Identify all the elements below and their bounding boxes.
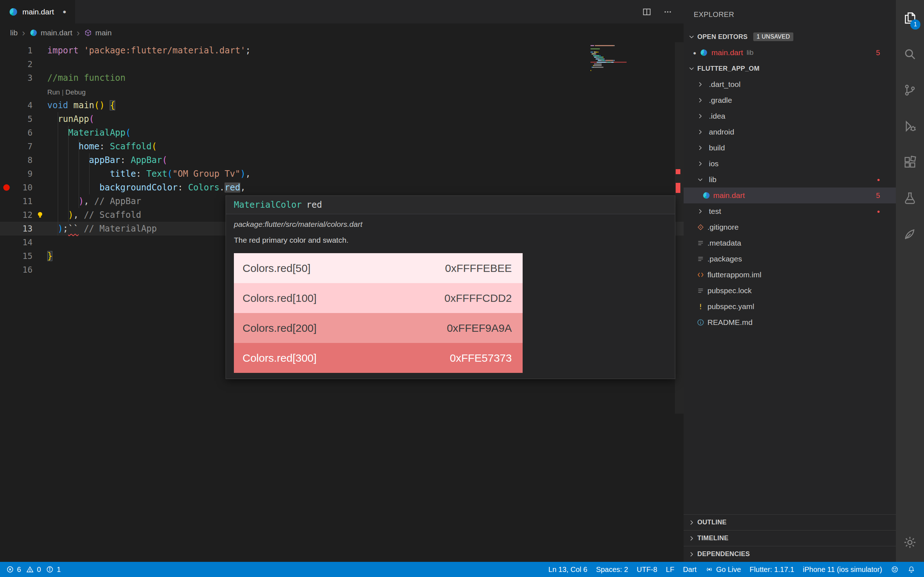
tree-item-.metadata[interactable]: .metadata xyxy=(683,235,896,251)
status-notifications[interactable] xyxy=(903,562,920,577)
section-dependencies[interactable]: DEPENDENCIES xyxy=(683,546,896,562)
status-problems-infos[interactable]: 1 xyxy=(43,562,63,577)
codelens-run[interactable]: Run xyxy=(47,89,60,96)
glyph-margin[interactable] xyxy=(0,126,13,140)
unsaved-indicator[interactable]: ● xyxy=(63,8,66,16)
status-eol[interactable]: LF xyxy=(662,562,678,577)
activity-source-control[interactable] xyxy=(896,72,924,108)
activity-snippets[interactable] xyxy=(896,216,924,253)
glyph-margin[interactable] xyxy=(0,153,13,167)
line-number: 3 xyxy=(13,71,32,85)
status-flutter-version[interactable]: Flutter: 1.17.1 xyxy=(745,562,798,577)
code-token: ; xyxy=(246,45,250,56)
code-token: : xyxy=(100,141,110,152)
glyph-margin[interactable] xyxy=(0,181,13,194)
status-language-mode[interactable]: Dart xyxy=(678,562,701,577)
tree-item-.dart_tool[interactable]: .dart_tool xyxy=(683,76,896,92)
activity-run-debug[interactable] xyxy=(896,108,924,144)
code-token: ) xyxy=(100,100,105,110)
breadcrumb-label: main.dart xyxy=(41,29,73,37)
glyph-margin[interactable] xyxy=(0,85,13,98)
codelens-debug[interactable]: Debug xyxy=(65,89,86,96)
status-feedback[interactable] xyxy=(887,562,903,577)
status-device-selector[interactable]: iPhone 11 (ios simulator) xyxy=(798,562,887,577)
tree-item-.gitignore[interactable]: .gitignore xyxy=(683,219,896,235)
minimap[interactable] xyxy=(591,45,627,73)
activity-test[interactable] xyxy=(896,180,924,216)
glyph-margin[interactable] xyxy=(0,44,13,57)
code-line: 10 backgroundColor: Colors.red, xyxy=(0,181,683,194)
glyph-margin[interactable] xyxy=(0,140,13,153)
tree-item-label: pubspec.yaml xyxy=(708,302,754,311)
split-editor-button[interactable] xyxy=(642,7,652,17)
code-token: home xyxy=(79,141,100,152)
status-cursor-position[interactable]: Ln 13, Col 6 xyxy=(544,562,591,577)
breakpoint-indicator[interactable] xyxy=(3,184,10,191)
file-icon xyxy=(696,239,704,247)
glyph-margin[interactable] xyxy=(0,263,13,277)
code-token: //main function xyxy=(47,73,126,83)
more-actions-button[interactable] xyxy=(663,7,673,17)
breadcrumb-item-main[interactable]: main xyxy=(84,29,112,37)
breadcrumb-item-lib[interactable]: lib xyxy=(10,29,18,37)
modified-dot[interactable]: ● xyxy=(693,50,696,56)
vscode-workbench: main.dart ● lib›main.dart›main 1import '… xyxy=(0,0,924,577)
activity-extensions[interactable] xyxy=(896,144,924,180)
glyph-margin[interactable] xyxy=(0,98,13,112)
open-editor-item[interactable]: ●main.dartlib5 xyxy=(683,45,896,61)
breadcrumb-item-main.dart[interactable]: main.dart xyxy=(30,29,73,37)
code-token: title xyxy=(110,169,136,179)
activity-bar-bottom xyxy=(896,527,924,558)
glyph-margin[interactable] xyxy=(0,208,13,222)
glyph-margin[interactable] xyxy=(0,57,13,71)
glyph-margin[interactable] xyxy=(0,112,13,126)
tree-item-test[interactable]: test● xyxy=(683,203,896,219)
tab-main-dart[interactable]: main.dart ● xyxy=(0,0,75,23)
status-indentation[interactable]: Spaces: 2 xyxy=(591,562,632,577)
glyph-margin[interactable] xyxy=(0,71,13,85)
tree-item-pubspec.yaml[interactable]: pubspec.yaml xyxy=(683,298,896,314)
lightbulb-icon[interactable] xyxy=(36,210,45,220)
status-encoding[interactable]: UTF-8 xyxy=(632,562,662,577)
search-icon xyxy=(903,47,917,61)
indent-guide xyxy=(89,153,89,194)
section-timeline[interactable]: TIMELINE xyxy=(683,530,896,546)
workspace-header[interactable]: FLUTTER_APP_OM xyxy=(683,61,896,76)
tree-item-flutterappom.iml[interactable]: flutterappom.iml xyxy=(683,267,896,283)
scrollbar-thumb[interactable] xyxy=(675,42,683,414)
tree-item-.gradle[interactable]: .gradle xyxy=(683,92,896,108)
warning-icon xyxy=(26,566,34,574)
tree-item-README.md[interactable]: README.md xyxy=(683,314,896,330)
section-label: DEPENDENCIES xyxy=(697,550,750,558)
line-number: 2 xyxy=(13,57,32,71)
status-problems-warnings[interactable]: 0 xyxy=(23,562,43,577)
section-outline[interactable]: OUTLINE xyxy=(683,514,896,530)
tree-item-.packages[interactable]: .packages xyxy=(683,251,896,267)
status-problems-errors[interactable]: 6 xyxy=(3,562,23,577)
editor-scrollbar[interactable] xyxy=(675,42,683,562)
chevron-down-icon xyxy=(688,33,695,40)
open-editors-header[interactable]: OPEN EDITORS 1 UNSAVED xyxy=(683,29,896,45)
tree-item-ios[interactable]: ios xyxy=(683,156,896,172)
glyph-margin[interactable] xyxy=(0,194,13,208)
more-actions-icon xyxy=(663,7,673,17)
tab-bar: main.dart ● xyxy=(0,0,683,23)
glyph-margin[interactable] xyxy=(0,167,13,181)
activity-settings-gear[interactable] xyxy=(896,527,924,558)
tree-item-lib[interactable]: lib● xyxy=(683,172,896,187)
minimap-line xyxy=(591,67,627,68)
glyph-margin[interactable] xyxy=(0,222,13,235)
activity-explorer[interactable]: 1 xyxy=(896,0,924,36)
tree-item-build[interactable]: build xyxy=(683,140,896,156)
activity-search[interactable] xyxy=(896,36,924,72)
tree-item-main.dart[interactable]: main.dart5 xyxy=(683,187,896,203)
status-go-live[interactable]: Go Live xyxy=(701,562,745,577)
tree-item-label: build xyxy=(709,143,725,152)
tree-item-android[interactable]: android xyxy=(683,124,896,140)
tree-item-pubspec.lock[interactable]: pubspec.lock xyxy=(683,283,896,298)
glyph-margin[interactable] xyxy=(0,249,13,263)
glyph-margin[interactable] xyxy=(0,235,13,249)
tree-item-.idea[interactable]: .idea xyxy=(683,108,896,124)
code-editor[interactable]: 1import 'package:flutter/material.dart';… xyxy=(0,42,683,562)
minimap-line xyxy=(591,65,627,66)
